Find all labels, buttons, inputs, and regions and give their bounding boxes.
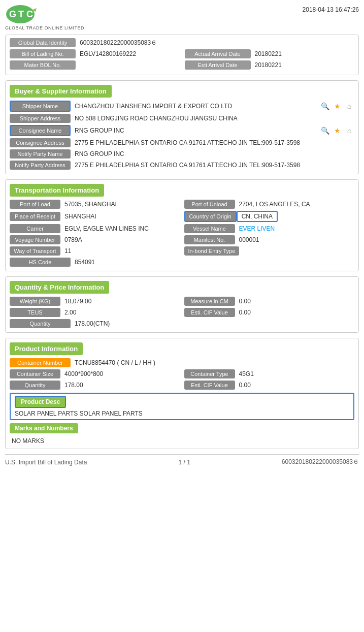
consignee-name-row: Consignee Name RNG GROUP INC 🔍 ★ ⌂ [10, 125, 354, 136]
transport-inbond-row: Way of Transport 11 In-bond Entry Type [10, 246, 354, 256]
shipper-home-icon[interactable]: ⌂ [344, 101, 354, 111]
notify-party-address-label: Notify Party Address [10, 161, 71, 170]
hs-code-value: 854091 [75, 259, 354, 266]
notify-party-address-row: Notify Party Address 2775 E PHILADELPHIA… [10, 161, 354, 170]
actual-arrival-date-value: 20180221 [255, 50, 282, 57]
consignee-search-icon[interactable]: 🔍 [320, 125, 330, 136]
product-quantity-label: Quantity [10, 381, 60, 390]
shipper-name-label: Shipper Name [10, 101, 71, 112]
top-data-box: Global Data Identity 6003201802220000350… [5, 35, 359, 75]
measure-in-cm-label: Measure in CM [184, 297, 235, 306]
teus-value: 2.00 [64, 309, 180, 316]
mater-bol-left: Mater BOL No. [10, 60, 180, 70]
container-size-type-row: Container Size 4000*900*800 Container Ty… [10, 369, 354, 378]
shipper-star-icon[interactable]: ★ [332, 101, 342, 111]
vessel-name-value: EVER LIVEN [239, 225, 355, 232]
weight-kg-label: Weight (KG) [10, 297, 60, 306]
hs-code-row: HS Code 854091 [10, 258, 354, 267]
product-desc-label: Product Desc [15, 396, 66, 408]
container-number-value: TCNU8854470 ( CN / L / HH ) [75, 359, 354, 366]
way-of-transport-value: 11 [64, 247, 180, 255]
svg-text:C: C [26, 9, 33, 19]
bill-of-lading-label: Bill of Lading No. [10, 49, 76, 58]
vessel-name-label: Vessel Name [184, 224, 235, 233]
manifest-no-value: 000001 [239, 236, 355, 243]
teus-label: TEUS [10, 308, 60, 317]
product-quantity-half: Quantity 178.00 [10, 381, 180, 390]
consignee-star-icon[interactable]: ★ [332, 125, 342, 136]
consignee-address-row: Consignee Address 2775 E PHILADELPHIA ST… [10, 138, 354, 147]
voyage-manifest-row: Voyage Number 0789A Manifest No. 000001 [10, 235, 354, 244]
container-size-half: Container Size 4000*900*800 [10, 369, 180, 378]
footer-left-text: U.S. Import Bill of Lading Data [5, 459, 87, 466]
footer: U.S. Import Bill of Lading Data 1 / 1 60… [5, 454, 359, 466]
notify-party-name-row: Notify Party Name RNG GROUP INC [10, 149, 354, 159]
country-of-origin-half: Country of Origin CN, CHINA [184, 211, 355, 222]
container-type-half: Container Type 45G1 [184, 369, 355, 378]
country-of-origin-label: Country of Origin [184, 211, 237, 222]
notify-party-name-label: Notify Party Name [10, 149, 71, 159]
consignee-name-value: RNG GROUP INC [75, 127, 318, 134]
consignee-home-icon[interactable]: ⌂ [344, 125, 354, 136]
container-number-row: Container Number TCNU8854470 ( CN / L / … [10, 358, 354, 367]
quantity-price-header: Quantity & Price Information [10, 281, 109, 294]
container-type-label: Container Type [184, 369, 235, 378]
port-of-load-value: 57035, SHANGHAI [64, 201, 180, 208]
product-esti-cif-label: Esti. CIF Value [184, 381, 235, 390]
footer-right-text: 600320180222000035083６ [282, 458, 359, 466]
product-desc-box: Product Desc SOLAR PANEL PARTS SOLAR PAN… [10, 393, 354, 420]
quantity-value: 178.00(CTN) [75, 320, 354, 327]
bol-left: Bill of Lading No. EGLV142800169222 [10, 49, 180, 58]
esti-cif-value-value: 0.00 [239, 309, 355, 316]
teus-half: TEUS 2.00 [10, 308, 180, 317]
actual-arrival-right: Actual Arrival Date 20180221 [185, 49, 355, 58]
place-of-receipt-label: Place of Receipt [10, 212, 60, 221]
shipper-address-label: Shipper Address [10, 114, 71, 123]
global-data-identity-row: Global Data Identity 6003201802220000350… [10, 38, 354, 47]
footer-page-text: 1 / 1 [178, 459, 190, 466]
in-bond-entry-type-label: In-bond Entry Type [184, 246, 240, 256]
port-of-unload-half: Port of Unload 2704, LOS ANGELES, CA [184, 200, 355, 209]
port-of-load-label: Port of Load [10, 200, 60, 209]
container-size-value: 4000*900*800 [64, 370, 180, 377]
global-data-identity-value: 600320180222000035083６ [80, 39, 157, 47]
header: G T C GLOBAL TRADE ONLINE LIMITED 2018-0… [5, 4, 359, 30]
container-size-label: Container Size [10, 369, 60, 378]
transportation-section: Transportation Information Port of Load … [5, 179, 359, 271]
svg-text:T: T [18, 9, 24, 19]
carrier-half: Carrier EGLV, EAGLE VAN LINES INC [10, 224, 180, 233]
consignee-address-value: 2775 E PHILADELPHIA ST ONTARIO CA 91761 … [75, 139, 354, 146]
consignee-icons: 🔍 ★ ⌂ [320, 125, 354, 136]
buyer-supplier-header: Buyer & Supplier Information [10, 85, 112, 98]
logo-area: G T C GLOBAL TRADE ONLINE LIMITED [5, 4, 84, 30]
product-quantity-value: 178.00 [64, 382, 180, 389]
transportation-header: Transportation Information [10, 184, 104, 197]
product-desc-value: SOLAR PANEL PARTS SOLAR PANEL PARTS [15, 410, 349, 417]
product-esti-cif-value: 0.00 [239, 382, 355, 389]
product-info-section: Product Information Container Number TCN… [5, 338, 359, 449]
hs-code-label: HS Code [10, 258, 71, 267]
notify-party-name-value: RNG GROUP INC [75, 150, 354, 157]
carrier-label: Carrier [10, 224, 60, 233]
marks-and-numbers-label: Marks and Numbers [10, 423, 78, 433]
esti-arrival-date-label: Esti Arrival Date [185, 60, 251, 70]
quantity-row: Quantity 178.00(CTN) [10, 319, 354, 328]
weight-kg-value: 18,079.00 [64, 298, 180, 305]
product-desc-area: Product Desc SOLAR PANEL PARTS SOLAR PAN… [10, 393, 354, 420]
logo-text: GLOBAL TRADE ONLINE LIMITED [5, 25, 84, 30]
vessel-name-half: Vessel Name EVER LIVEN [184, 224, 355, 233]
place-of-receipt-value: SHANGHAI [64, 213, 180, 220]
mater-bol-row: Mater BOL No. Esti Arrival Date 20180221 [10, 60, 354, 70]
page-wrapper: G T C GLOBAL TRADE ONLINE LIMITED 2018-0… [0, 0, 364, 632]
container-type-value: 45G1 [239, 370, 355, 377]
marks-and-numbers-value: NO MARKS [10, 437, 354, 445]
carrier-vessel-row: Carrier EGLV, EAGLE VAN LINES INC Vessel… [10, 224, 354, 233]
country-of-origin-value: CN, CHINA [237, 211, 278, 222]
shipper-search-icon[interactable]: 🔍 [320, 101, 330, 111]
esti-cif-half: Esti. CIF Value 0.00 [184, 308, 355, 317]
weight-measure-row: Weight (KG) 18,079.00 Measure in CM 0.00 [10, 297, 354, 306]
voyage-number-half: Voyage Number 0789A [10, 235, 180, 244]
way-of-transport-half: Way of Transport 11 [10, 246, 180, 256]
shipper-name-row: Shipper Name CHANGZHOU TIANSHENG IMPORT … [10, 101, 354, 112]
esti-arrival-date-value: 20180221 [255, 61, 282, 69]
